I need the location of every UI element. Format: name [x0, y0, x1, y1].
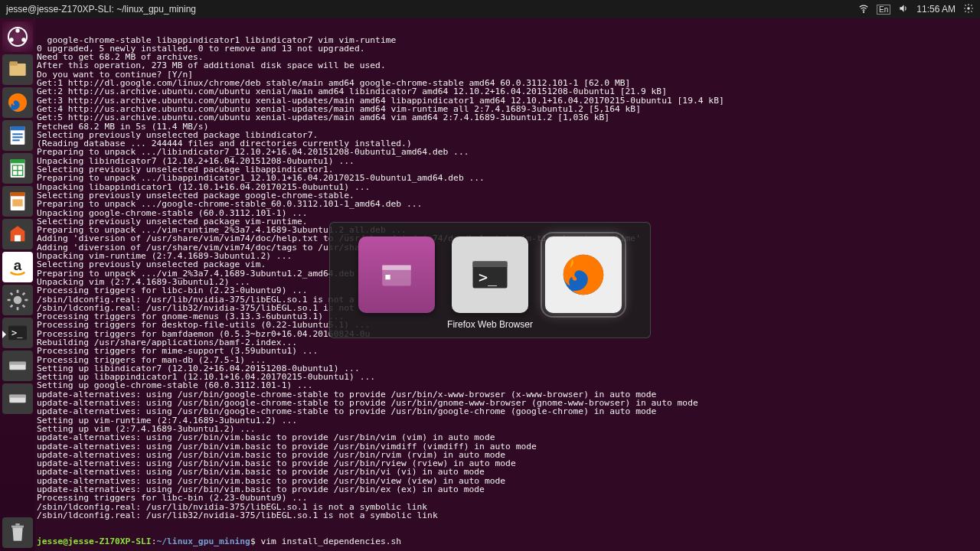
terminal-line: update-alternatives: using /usr/bin/goog…	[37, 407, 978, 416]
clock[interactable]: 11:56 AM	[916, 4, 956, 15]
terminal-icon[interactable]: >_	[2, 318, 33, 348]
svg-rect-31	[11, 526, 24, 528]
svg-rect-35	[385, 275, 390, 279]
switcher-label: Firefox Web Browser	[344, 319, 636, 330]
gear-icon[interactable]	[963, 3, 974, 16]
volume-icon[interactable]	[898, 3, 909, 16]
svg-rect-20	[11, 192, 25, 196]
svg-point-24	[14, 296, 22, 305]
firefox-icon[interactable]	[2, 87, 33, 118]
svg-rect-11	[12, 133, 22, 135]
svg-rect-21	[12, 199, 22, 206]
svg-rect-12	[12, 136, 22, 138]
prompt-path: ~/linux_gpu_mining	[156, 536, 250, 546]
terminal-line: Processing triggers for libc-bin (2.23-0…	[37, 494, 978, 502]
svg-text:>_: >_	[11, 328, 23, 338]
svg-rect-37	[473, 262, 508, 268]
svg-rect-10	[11, 126, 25, 130]
unity-launcher: a >_	[0, 18, 35, 551]
software-center-icon[interactable]	[2, 219, 33, 249]
svg-point-4	[9, 37, 13, 41]
writer-icon[interactable]	[2, 120, 33, 151]
drive-icon-2[interactable]	[2, 383, 33, 414]
svg-text:>_: >_	[479, 268, 498, 286]
top-panel: jesse@jesse-Z170XP-SLI: ~/linux_gpu_mini…	[0, 0, 980, 18]
svg-point-1	[967, 7, 970, 10]
terminal-line: Preparing to unpack .../google-chrome-st…	[37, 200, 978, 208]
trash-icon[interactable]	[2, 517, 33, 548]
switcher-item-nautilus[interactable]	[358, 236, 435, 313]
svg-rect-28	[9, 362, 25, 365]
calc-icon[interactable]	[2, 153, 33, 184]
terminal-line: update-alternatives: using /usr/bin/vim.…	[37, 433, 978, 442]
drive-icon-1[interactable]	[2, 350, 33, 381]
prompt-userhost: jesse@jesse-Z170XP-SLI	[37, 536, 152, 546]
settings-icon[interactable]	[2, 285, 33, 315]
files-icon[interactable]	[2, 54, 33, 85]
svg-rect-22	[15, 235, 21, 241]
terminal-line: Preparing to unpack .../libappindicator1…	[37, 174, 978, 182]
wifi-icon[interactable]	[858, 3, 869, 16]
switcher-item-firefox[interactable]	[545, 236, 622, 313]
svg-point-5	[21, 37, 25, 41]
svg-text:a: a	[14, 257, 22, 273]
switcher-item-terminal[interactable]: >_	[452, 236, 528, 313]
terminal-line: Get:5 http://us.archive.ubuntu.com/ubunt…	[37, 113, 978, 122]
svg-rect-13	[12, 139, 19, 141]
svg-rect-30	[9, 395, 25, 398]
prompt-command: vim install_dependencies.sh	[261, 536, 402, 546]
svg-rect-34	[382, 266, 411, 270]
terminal-line: Processing triggers for mime-support (3.…	[37, 347, 978, 355]
svg-rect-32	[15, 523, 19, 526]
language-indicator[interactable]: En	[877, 5, 890, 15]
svg-point-3	[15, 28, 19, 32]
impress-icon[interactable]	[2, 186, 33, 217]
amazon-icon[interactable]: a	[2, 252, 33, 282]
dash-icon[interactable]	[2, 21, 33, 52]
svg-point-0	[863, 11, 864, 12]
terminal-line: /sbin/ldconfig.real: /usr/lib32/nvidia-3…	[37, 511, 978, 520]
alt-tab-switcher: >_ Firefox Web Browser	[329, 222, 651, 338]
svg-rect-7	[9, 61, 18, 65]
svg-rect-15	[11, 159, 25, 163]
terminal-line: Get:2 http://us.archive.ubuntu.com/ubunt…	[37, 87, 978, 96]
system-tray: En 11:56 AM	[858, 3, 974, 16]
window-title: jesse@jesse-Z170XP-SLI: ~/linux_gpu_mini…	[6, 4, 196, 15]
